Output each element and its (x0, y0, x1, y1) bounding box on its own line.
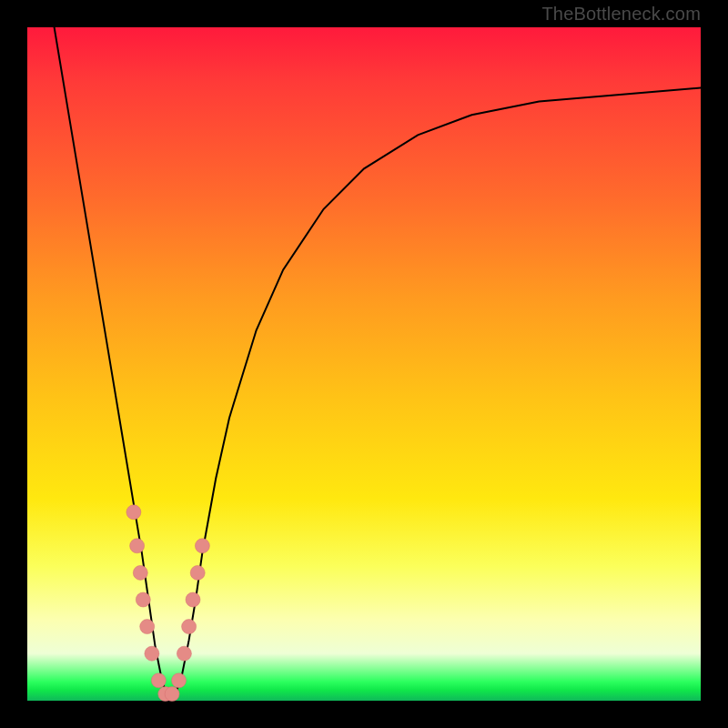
bead-marker (165, 687, 179, 702)
curve-layer (27, 27, 701, 701)
bead-marker (182, 620, 197, 634)
watermark-text: TheBottleneck.com (541, 4, 701, 25)
bead-marker (145, 646, 159, 661)
bead-marker (151, 673, 166, 688)
bead-marker (177, 646, 191, 661)
plot-area (27, 27, 701, 701)
bead-marker (195, 539, 209, 553)
bead-marker (126, 505, 141, 520)
bead-marker (140, 620, 155, 634)
bead-marker (136, 592, 150, 607)
bead-marker (130, 539, 145, 553)
bead-marker (190, 565, 205, 580)
bead-marker (133, 565, 147, 580)
chart-frame: TheBottleneck.com (0, 0, 728, 728)
bead-marker (172, 673, 187, 688)
bottleneck-curve (55, 27, 701, 701)
bead-marker (186, 592, 200, 607)
